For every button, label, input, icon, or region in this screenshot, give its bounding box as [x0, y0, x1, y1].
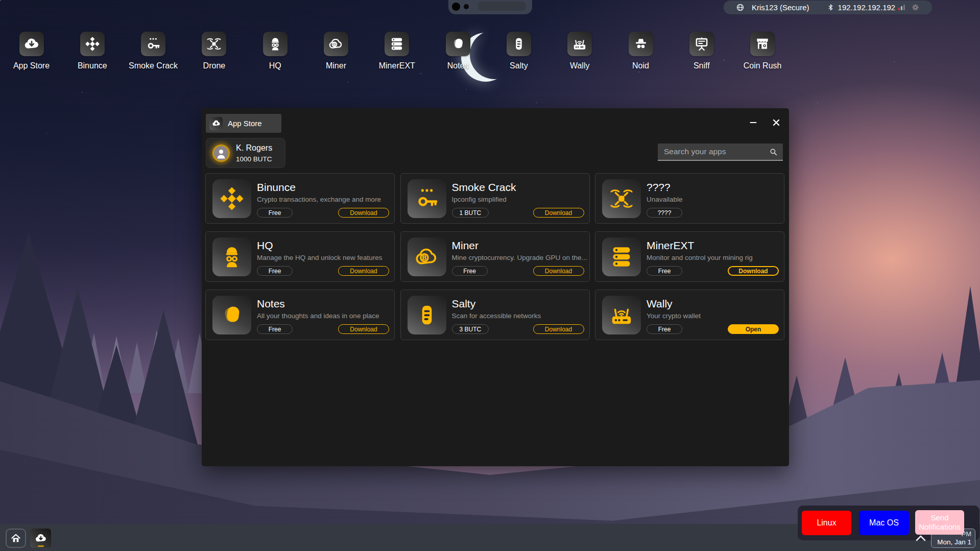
desktop-icon-app-store[interactable]: App Store — [4, 32, 60, 70]
app-name: Smoke Crack — [452, 181, 516, 194]
taskbar-home-button[interactable] — [6, 529, 26, 548]
app-store-tab-icon — [209, 117, 223, 130]
person-icon — [214, 147, 228, 160]
app-name: ???? — [647, 181, 671, 194]
desktop-icon-label: MinerEXT — [379, 61, 415, 70]
app-download-button[interactable]: Download — [338, 324, 389, 334]
desktop-icon-binunce[interactable]: Binunce — [64, 32, 121, 70]
drone-icon — [608, 185, 635, 212]
drone-icon — [206, 36, 222, 52]
app-download-button[interactable]: Download — [533, 266, 584, 276]
minimize-button[interactable] — [747, 116, 760, 129]
app-download-button[interactable]: Download — [533, 324, 584, 334]
app-card-miner: B Miner Mine cryptocurrency. Upgrade GPU… — [400, 231, 590, 282]
app-description: Your crypto wallet — [647, 312, 701, 320]
router-icon — [571, 36, 588, 52]
app-card-icon-tile — [602, 237, 641, 276]
app-download-button[interactable]: Download — [533, 208, 584, 218]
avatar — [212, 145, 230, 162]
taskbar-app-store-button[interactable] — [30, 529, 51, 548]
desktop-icon-label: Wally — [570, 61, 590, 70]
desktop-icon-minerext[interactable]: MinerEXT — [369, 32, 425, 70]
app-card-notes: Notes All your thoughts and ideas in one… — [205, 290, 395, 340]
desktop-icon-label: Smoke Crack — [129, 61, 178, 70]
user-name: K. Rogers — [236, 143, 272, 153]
app-card-icon-tile: B — [408, 237, 446, 276]
svg-text:B: B — [333, 42, 336, 47]
app-open-button[interactable]: Open — [728, 324, 779, 334]
app-download-button[interactable]: Download — [338, 208, 389, 218]
desktop-icon-tile — [19, 32, 44, 56]
desktop-icon-hq[interactable]: HQ — [247, 32, 303, 70]
app-name: Notes — [257, 298, 285, 310]
network-name: Kris123 (Secure) — [752, 3, 809, 12]
desktop-icon-drone[interactable]: Drone — [186, 32, 242, 70]
desktop-icon-tile — [689, 32, 714, 56]
desktop-icon-salty[interactable]: Salty — [491, 32, 547, 70]
router-icon — [608, 302, 635, 328]
desktop-icon-miner[interactable]: B Miner — [308, 32, 364, 70]
app-download-button[interactable]: Download — [728, 266, 779, 276]
storefront-icon — [754, 36, 771, 52]
app-name: Wally — [647, 298, 673, 310]
app-price-badge: Free — [452, 266, 488, 276]
app-price-badge: Free — [257, 324, 293, 334]
search-input[interactable] — [658, 147, 769, 156]
desktop-icon-tile — [507, 32, 531, 56]
desktop-icon-tile — [446, 32, 470, 56]
close-button[interactable] — [770, 116, 783, 129]
desktop-icon-sniff[interactable]: Sniff — [674, 32, 730, 70]
app-price-badge: Free — [647, 324, 682, 334]
search-box[interactable] — [658, 143, 783, 161]
app-name: Salty — [452, 298, 476, 310]
app-price-badge: Free — [647, 266, 682, 276]
desktop-icon-notes[interactable]: Notes — [430, 32, 486, 70]
app-description: Ipconfig simplified — [452, 196, 507, 203]
desktop-icon-label: App Store — [13, 61, 50, 70]
server-stack-icon — [389, 36, 405, 52]
app-name: HQ — [257, 239, 273, 252]
flask-icon — [414, 302, 440, 328]
server-stack-icon — [608, 244, 635, 270]
app-card-icon-tile — [602, 179, 641, 218]
ip-address: 192.192.192.192 — [838, 3, 896, 12]
app-download-button[interactable]: Download — [338, 266, 389, 276]
gear-icon — [911, 3, 920, 12]
app-price-badge: 1 BUTC — [452, 208, 489, 218]
app-name: Miner — [452, 239, 479, 252]
desktop-icon-tile — [202, 32, 226, 56]
camera-dot-large — [452, 3, 460, 11]
user-card[interactable]: K. Rogers 1000 BUTC — [206, 138, 285, 168]
window-title: App Store — [228, 119, 262, 128]
desktop-icon-label: Miner — [326, 61, 346, 70]
desktop-icon-label: Coin Rush — [744, 61, 782, 70]
note-icon — [219, 302, 245, 328]
app-description: All your thoughts and ideas in one place — [257, 312, 379, 320]
active-app-indicator — [38, 545, 44, 547]
app-description: Mine cryptocurrency. Upgrade GPU on the.… — [452, 254, 587, 261]
os-button-mac-os[interactable]: Mac OS — [859, 511, 909, 535]
speaker-grille — [478, 2, 526, 11]
desktop-icon-tile: B — [324, 32, 348, 56]
desktop-icon-smoke-crack[interactable]: Smoke Crack — [125, 32, 181, 70]
os-button-send-notifications[interactable]: Send Notifications — [915, 510, 964, 535]
os-button-linux[interactable]: Linux — [802, 511, 851, 535]
window-title-tab[interactable]: App Store — [206, 114, 281, 133]
app-card-minerext: MinerEXT Monitor and control your mining… — [595, 231, 784, 282]
desktop-icon-tile — [80, 32, 105, 56]
desktop-icon-noid[interactable]: Noid — [613, 32, 669, 70]
app-card-icon-tile — [408, 296, 446, 334]
clock-date: Mon, Jan 1 — [935, 538, 971, 546]
app-name: MinerEXT — [647, 239, 694, 252]
cloud-download-icon — [23, 36, 40, 52]
camera-dot-small — [464, 4, 469, 9]
stars — [0, 0, 1, 1]
desktop-icon-coin-rush[interactable]: Coin Rush — [734, 32, 791, 70]
desktop-icon-tile — [567, 32, 592, 56]
app-price-badge: 3 BUTC — [452, 324, 489, 334]
signal-icon — [898, 5, 905, 10]
desktop-icon-wally[interactable]: Wally — [552, 32, 608, 70]
cloud-bitcoin-icon: B — [328, 36, 344, 52]
app-price-badge: Free — [257, 208, 293, 218]
app-description: Manage the HQ and unlock new features — [257, 254, 382, 261]
